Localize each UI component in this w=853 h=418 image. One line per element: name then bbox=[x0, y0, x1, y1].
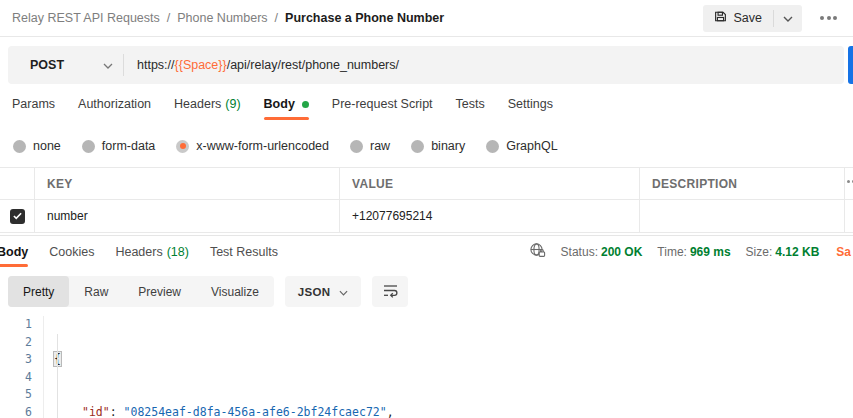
line-number: 6 bbox=[0, 404, 32, 418]
bulk-edit-dots-icon[interactable] bbox=[847, 180, 853, 183]
table-row-stub bbox=[845, 200, 853, 232]
header-checkbox-cell bbox=[0, 168, 35, 199]
line-number: 2 bbox=[0, 334, 32, 352]
table-row: number +12077695214 bbox=[0, 200, 853, 232]
mode-form-data[interactable]: form-data bbox=[82, 139, 156, 153]
mode-graphql-label: GraphQL bbox=[506, 139, 557, 153]
code-line: "id": "08254eaf-d8fa-456a-afe6-2bf24fcae… bbox=[54, 404, 394, 418]
save-options-button[interactable] bbox=[774, 5, 802, 32]
column-header-key: KEY bbox=[35, 168, 340, 199]
response-header: Body Cookies Headers(18) Test Results St… bbox=[0, 236, 853, 267]
response-headers-count-badge: (18) bbox=[167, 245, 189, 259]
table-header-row: KEY VALUE DESCRIPTION bbox=[0, 168, 853, 200]
response-tab-headers[interactable]: Headers(18) bbox=[115, 245, 188, 267]
tab-tests[interactable]: Tests bbox=[456, 97, 485, 120]
radio-icon bbox=[82, 140, 95, 153]
response-tab-test-results-label: Test Results bbox=[210, 245, 278, 259]
urlencoded-params-table: KEY VALUE DESCRIPTION number +1207769521… bbox=[0, 167, 853, 233]
mode-none[interactable]: none bbox=[13, 139, 61, 153]
response-tab-cookies-label: Cookies bbox=[49, 245, 94, 259]
code-line: { bbox=[54, 351, 394, 369]
breadcrumb: Relay REST API Requests / Phone Numbers … bbox=[12, 11, 444, 25]
tab-params[interactable]: Params bbox=[12, 97, 55, 120]
size-label: Size: bbox=[746, 245, 773, 259]
response-tab-body-label: Body bbox=[0, 245, 28, 259]
tab-body[interactable]: Body bbox=[264, 97, 309, 120]
line-number-gutter: 1 2 3 4 5 6 bbox=[0, 316, 44, 418]
format-select[interactable]: JSON bbox=[285, 276, 362, 307]
table-header-stub bbox=[845, 168, 853, 199]
mode-binary[interactable]: binary bbox=[411, 139, 465, 153]
chevron-down-icon bbox=[783, 11, 793, 25]
time-value: 969 ms bbox=[690, 245, 731, 259]
method-selector[interactable]: POST bbox=[8, 46, 113, 84]
view-preview[interactable]: Preview bbox=[123, 276, 196, 307]
chevron-down-icon bbox=[339, 286, 348, 298]
radio-selected-icon bbox=[176, 140, 189, 153]
mode-x-www-form-urlencoded[interactable]: x-www-form-urlencoded bbox=[176, 139, 329, 153]
dot-icon bbox=[833, 16, 837, 20]
tab-prerequest-script[interactable]: Pre-request Script bbox=[332, 97, 433, 120]
view-raw[interactable]: Raw bbox=[69, 276, 123, 307]
radio-icon bbox=[486, 140, 499, 153]
view-mode-switch: Pretty Raw Preview Visualize bbox=[8, 276, 274, 307]
tab-settings[interactable]: Settings bbox=[508, 97, 553, 120]
tab-body-label: Body bbox=[264, 97, 295, 111]
time-label: Time: bbox=[657, 245, 687, 259]
size-value: 4.12 KB bbox=[775, 245, 819, 259]
response-meta: Status:200 OK Time:969 ms Size:4.12 KB S… bbox=[529, 242, 853, 261]
line-number: 1 bbox=[0, 316, 32, 334]
request-tabs: Params Authorization Headers(9) Body Pre… bbox=[0, 97, 853, 124]
more-options-button[interactable] bbox=[818, 12, 839, 24]
save-response-button[interactable]: Sa bbox=[836, 245, 851, 259]
response-body-viewer: 1 2 3 4 5 6 { "id": "08254eaf-d8fa-456a-… bbox=[0, 316, 853, 418]
mode-raw-label: raw bbox=[370, 139, 390, 153]
body-mode-selector: none form-data x-www-form-urlencoded raw… bbox=[0, 133, 853, 159]
row-checkbox-cell bbox=[0, 200, 35, 232]
url-prefix: https:// bbox=[137, 58, 175, 72]
breadcrumb-separator: / bbox=[275, 11, 278, 25]
row-checkbox-checked[interactable] bbox=[10, 209, 25, 224]
breadcrumb-collection[interactable]: Relay REST API Requests bbox=[12, 11, 160, 25]
tab-settings-label: Settings bbox=[508, 97, 553, 111]
status-label: Status: bbox=[561, 245, 598, 259]
radio-icon bbox=[13, 140, 26, 153]
param-key-cell[interactable]: number bbox=[35, 200, 340, 232]
breadcrumb-folder[interactable]: Phone Numbers bbox=[177, 11, 267, 25]
status-badge: Status:200 OK bbox=[561, 245, 643, 259]
param-description-cell[interactable] bbox=[640, 200, 845, 232]
dot-icon bbox=[827, 16, 831, 20]
column-header-description: DESCRIPTION bbox=[640, 168, 845, 199]
line-number: 4 bbox=[0, 369, 32, 387]
url-input[interactable]: https://{{Space}}/api/relay/rest/phone_n… bbox=[124, 46, 399, 84]
network-globe-lock-icon[interactable] bbox=[529, 242, 546, 261]
mode-none-label: none bbox=[33, 139, 61, 153]
status-value: 200 OK bbox=[601, 245, 642, 259]
response-tab-test-results[interactable]: Test Results bbox=[210, 245, 278, 267]
param-value-cell[interactable]: +12077695214 bbox=[340, 200, 640, 232]
breadcrumb-request-name[interactable]: Purchase a Phone Number bbox=[285, 11, 444, 25]
tab-tests-label: Tests bbox=[456, 97, 485, 111]
mode-form-data-label: form-data bbox=[102, 139, 156, 153]
response-toolbar: Pretty Raw Preview Visualize JSON bbox=[0, 267, 853, 307]
request-url-row: POST https://{{Space}}/api/relay/rest/ph… bbox=[8, 46, 853, 84]
time-badge: Time:969 ms bbox=[657, 245, 730, 259]
save-button[interactable]: Save bbox=[703, 5, 774, 32]
line-number: 3 bbox=[0, 351, 32, 369]
tab-headers[interactable]: Headers(9) bbox=[174, 97, 241, 120]
breadcrumb-separator: / bbox=[167, 11, 170, 25]
format-select-value: JSON bbox=[298, 286, 331, 298]
mode-raw[interactable]: raw bbox=[350, 139, 390, 153]
mode-graphql[interactable]: GraphQL bbox=[486, 139, 557, 153]
wrap-lines-button[interactable] bbox=[372, 276, 408, 307]
send-button[interactable] bbox=[848, 46, 853, 84]
tab-authorization[interactable]: Authorization bbox=[78, 97, 151, 120]
view-pretty[interactable]: Pretty bbox=[8, 276, 69, 307]
json-code: { "id": "08254eaf-d8fa-456a-afe6-2bf24fc… bbox=[44, 316, 394, 418]
response-tab-body[interactable]: Body bbox=[0, 245, 28, 267]
url-bar: POST https://{{Space}}/api/relay/rest/ph… bbox=[8, 46, 844, 84]
response-tab-cookies[interactable]: Cookies bbox=[49, 245, 94, 267]
view-visualize[interactable]: Visualize bbox=[196, 276, 274, 307]
chevron-down-icon bbox=[103, 58, 113, 72]
body-present-dot-icon bbox=[302, 101, 309, 108]
